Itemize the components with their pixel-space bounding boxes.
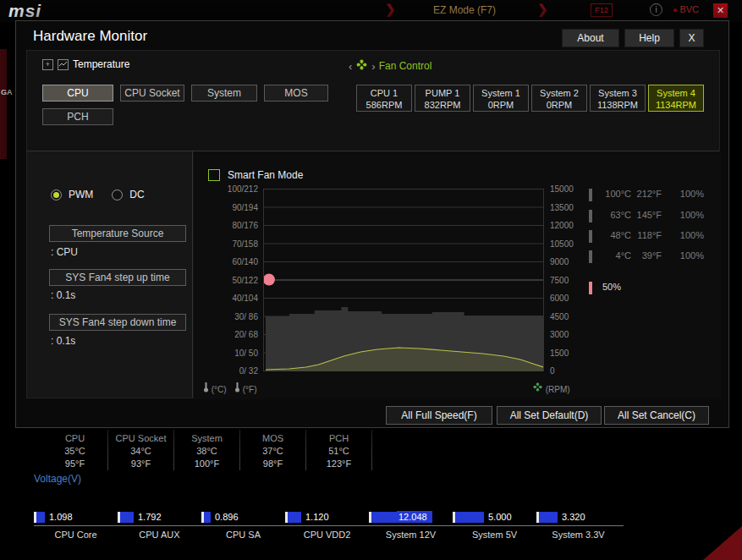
step-down-time-button[interactable]: SYS Fan4 step down time bbox=[49, 314, 186, 331]
voltage-gauge: 1.792 bbox=[118, 509, 201, 524]
axis-tick-label: 80/176 bbox=[206, 221, 258, 230]
fan-button-pump1[interactable]: PUMP 1832RPM bbox=[415, 85, 470, 112]
fan-curve-plot[interactable] bbox=[263, 189, 544, 371]
temp-source-mos[interactable]: MOS bbox=[264, 85, 328, 102]
window-title: Hardware Monitor bbox=[33, 28, 147, 45]
gauge-fill bbox=[288, 512, 301, 523]
temp-source-cpu[interactable]: CPU bbox=[42, 85, 113, 102]
gaming-side-label: GA bbox=[1, 88, 13, 96]
gauge-fill bbox=[120, 512, 134, 523]
pwm-radio[interactable] bbox=[51, 189, 62, 200]
voltage-value: 1.098 bbox=[49, 512, 73, 522]
current-speed-marker: 50% bbox=[589, 282, 716, 295]
all-set-default-button[interactable]: All Set Default(D) bbox=[497, 406, 602, 425]
rpm-unit: (RPM) bbox=[532, 382, 570, 394]
axis-tick-label: 60/140 bbox=[206, 257, 258, 266]
msi-logo: msi bbox=[8, 1, 41, 21]
voltage-gauge: 1.120 bbox=[285, 509, 369, 524]
chevron-decor-right: ❯ bbox=[537, 2, 548, 17]
dc-label: DC bbox=[129, 189, 144, 200]
thermometer-icon bbox=[203, 382, 209, 393]
about-button[interactable]: About bbox=[562, 29, 619, 47]
temp-source-cpu-socket[interactable]: CPU Socket bbox=[120, 85, 184, 102]
temperature-section-header: + Temperature bbox=[42, 58, 129, 70]
fan-curve-zone: Smart Fan Mode 100/21290/19480/17670/158… bbox=[194, 151, 721, 399]
step-up-time-button[interactable]: SYS Fan4 step up time bbox=[49, 269, 186, 286]
voltage-label: System 3.3V bbox=[536, 526, 620, 540]
gauge-fill bbox=[204, 512, 211, 523]
voltage-label: CPU AUX bbox=[118, 526, 201, 540]
axis-tick-label: 0/ 32 bbox=[206, 366, 258, 376]
axis-tick-label: 6000 bbox=[550, 294, 585, 303]
fan-small-icon bbox=[532, 382, 543, 393]
marker-bar bbox=[589, 230, 592, 243]
info-icon[interactable]: i bbox=[650, 3, 662, 16]
marker-bar bbox=[589, 210, 592, 222]
next-arrow-icon[interactable]: › bbox=[371, 60, 375, 73]
smart-fan-mode-label: Smart Fan Mode bbox=[228, 169, 303, 181]
voltage-label: CPU VDD2 bbox=[285, 526, 369, 540]
axis-tick-label: 3000 bbox=[550, 330, 585, 339]
axis-tick-label: 12000 bbox=[550, 221, 585, 230]
fan-button-cpu1[interactable]: CPU 1586RPM bbox=[356, 85, 412, 112]
axis-tick-label: 10500 bbox=[550, 239, 585, 249]
prev-arrow-icon[interactable]: ‹ bbox=[349, 60, 352, 73]
axis-tick-label: 15000 bbox=[550, 184, 585, 194]
axis-tick-label: 70/158 bbox=[206, 239, 258, 249]
fahrenheit-unit: (°F) bbox=[234, 382, 257, 394]
fan-button-system2[interactable]: System 20RPM bbox=[531, 85, 587, 112]
marker-row: 4°C39°F100% bbox=[589, 250, 716, 264]
dc-radio[interactable] bbox=[112, 189, 123, 200]
fan-button-system3[interactable]: System 31138RPM bbox=[590, 85, 646, 112]
ez-mode-button[interactable]: EZ Mode (F7) bbox=[433, 4, 496, 16]
gauge-fill bbox=[36, 512, 45, 523]
pwm-dc-selector: PWM DC bbox=[51, 189, 145, 200]
voltage-labels-row: CPU Core CPU AUX CPU SA CPU VDD2 System … bbox=[34, 525, 624, 540]
temp-graph-icon bbox=[58, 59, 69, 70]
temp-readout: MOS 37°C 98°F bbox=[240, 430, 306, 470]
gaming-side-banner bbox=[0, 49, 7, 159]
help-button[interactable]: Help bbox=[624, 29, 674, 47]
pwm-label: PWM bbox=[69, 189, 93, 200]
fan-button-system1[interactable]: System 10RPM bbox=[473, 85, 529, 112]
axis-tick-label: 100/212 bbox=[206, 184, 258, 194]
axis-tick-label: 20/ 68 bbox=[206, 330, 258, 339]
axis-tick-label: 90/194 bbox=[206, 203, 258, 212]
marker-bar bbox=[589, 250, 592, 263]
screenshot-f12-icon[interactable]: F12 bbox=[591, 3, 613, 17]
smart-fan-mode-checkbox[interactable] bbox=[208, 169, 220, 181]
current-speed-value: 50% bbox=[602, 282, 621, 292]
temp-source-pch[interactable]: PCH bbox=[42, 108, 113, 125]
voltage-value: 12.048 bbox=[397, 511, 432, 523]
fan-control-title: Fan Control bbox=[379, 60, 432, 72]
fan-control-section-header: ‹ › Fan Control bbox=[349, 58, 431, 74]
fan-speed-dot[interactable] bbox=[263, 274, 275, 286]
fan-button-system4[interactable]: System 41134RPM bbox=[648, 85, 704, 112]
axis-tick-label: 9000 bbox=[550, 257, 585, 266]
close-window-button[interactable]: X bbox=[679, 29, 704, 47]
gauge-fill bbox=[539, 512, 558, 523]
hardware-monitor-window: Hardware Monitor About Help X + Temperat… bbox=[15, 20, 729, 428]
axis-tick-label: 7500 bbox=[550, 276, 585, 285]
marker-row: 100°C212°F100% bbox=[589, 189, 716, 202]
voltage-gauge: 3.320 bbox=[536, 509, 620, 524]
voltage-gauge: 5.000 bbox=[453, 509, 536, 524]
collapse-box-icon[interactable]: + bbox=[42, 59, 53, 70]
temp-readout: System 38°C 100°F bbox=[174, 430, 240, 470]
voltage-gauge: 0.896 bbox=[201, 509, 285, 524]
voltage-gauge: 1.098 bbox=[34, 509, 118, 524]
axis-tick-label: 0 bbox=[550, 366, 585, 376]
axis-tick-label: 10/ 50 bbox=[206, 349, 258, 358]
all-full-speed-button[interactable]: All Full Speed(F) bbox=[386, 406, 492, 425]
right-axis: 1500013500120001050090007500600045003000… bbox=[550, 189, 585, 371]
step-down-time-value: : 0.1s bbox=[51, 335, 75, 347]
temp-source-system[interactable]: System bbox=[191, 85, 257, 102]
radio-dot bbox=[53, 192, 59, 198]
axis-tick-label: 13500 bbox=[550, 203, 585, 212]
voltage-label: CPU Core bbox=[34, 526, 118, 540]
voltage-value: 1.792 bbox=[138, 512, 162, 522]
all-set-cancel-button[interactable]: All Set Cancel(C) bbox=[604, 406, 709, 425]
bios-close-button[interactable]: ✕ bbox=[713, 3, 728, 18]
temperature-source-button[interactable]: Temperature Source bbox=[49, 225, 186, 242]
step-up-time-value: : 0.1s bbox=[51, 289, 75, 301]
